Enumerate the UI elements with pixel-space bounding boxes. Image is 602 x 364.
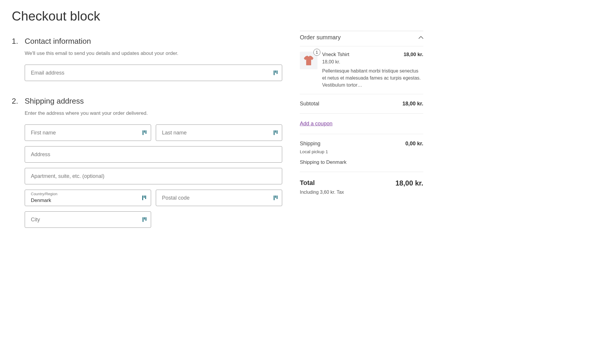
- autofill-icon: [274, 130, 277, 135]
- autofill-icon: [143, 217, 146, 222]
- step-desc-shipping: Enter the address where you want your or…: [25, 110, 282, 116]
- country-select[interactable]: Country/Region Denmark: [25, 190, 151, 206]
- chevron-up-icon: [419, 35, 423, 40]
- tax-note: Including 3,60 kr. Tax: [300, 190, 423, 195]
- item-qty-badge: 1: [313, 49, 320, 56]
- city-input[interactable]: [25, 211, 151, 228]
- email-input[interactable]: [25, 65, 282, 81]
- item-line-price: 18,00 kr.: [404, 52, 423, 59]
- shipping-method: Local pickup 1: [300, 149, 423, 154]
- postal-code-input[interactable]: [156, 190, 282, 206]
- shipping-to: Shipping to Denmark: [300, 159, 423, 165]
- summary-header[interactable]: Order summary: [300, 31, 423, 46]
- shipping-label: Shipping: [300, 141, 320, 147]
- first-name-input[interactable]: [25, 124, 151, 141]
- total-label: Total: [300, 179, 315, 187]
- item-unit-price: 18,00 kr.: [322, 59, 423, 65]
- summary-title: Order summary: [300, 34, 341, 41]
- total-value: 18,00 kr.: [395, 179, 423, 187]
- last-name-input[interactable]: [156, 124, 282, 141]
- coupon-row: Add a coupon: [300, 114, 423, 134]
- country-label: Country/Region: [31, 192, 57, 196]
- item-thumbnail: 1: [300, 52, 317, 69]
- step-title-shipping: Shipping address: [25, 97, 282, 106]
- subtotal-label: Subtotal: [300, 101, 319, 107]
- total-block: Total 18,00 kr. Including 3,60 kr. Tax: [300, 172, 423, 197]
- autofill-icon: [143, 130, 146, 135]
- step-title-contact: Contact information: [25, 37, 282, 46]
- summary-item: 1 Vneck Tshirt 18,00 kr. 18,00 kr. Pelle…: [300, 46, 423, 94]
- shipping-block: Shipping 0,00 kr. Local pickup 1 Shippin…: [300, 134, 423, 172]
- add-coupon-link[interactable]: Add a coupon: [300, 121, 332, 127]
- step-desc-contact: We'll use this email to send you details…: [25, 50, 282, 56]
- shipping-value: 0,00 kr.: [405, 141, 423, 147]
- country-value: Denmark: [31, 198, 51, 203]
- item-description: Pellentesque habitant morbi tristique se…: [322, 68, 423, 89]
- address-input[interactable]: [25, 146, 282, 163]
- item-name: Vneck Tshirt: [322, 52, 349, 58]
- step-shipping: 2. Shipping address Enter the address wh…: [12, 97, 282, 233]
- tshirt-icon: [302, 54, 315, 67]
- subtotal-value: 18,00 kr.: [402, 101, 423, 107]
- step-number: 1.: [12, 37, 19, 86]
- step-contact: 1. Contact information We'll use this em…: [12, 37, 282, 86]
- autofill-icon: [142, 196, 146, 200]
- address2-input[interactable]: [25, 168, 282, 184]
- order-summary: Order summary 1 Vneck Tshirt 18,00 kr. 1…: [300, 9, 423, 243]
- step-number: 2.: [12, 97, 19, 233]
- subtotal-row: Subtotal 18,00 kr.: [300, 94, 423, 114]
- autofill-icon: [274, 70, 277, 75]
- page-title: Checkout block: [12, 9, 282, 23]
- autofill-icon: [274, 196, 277, 200]
